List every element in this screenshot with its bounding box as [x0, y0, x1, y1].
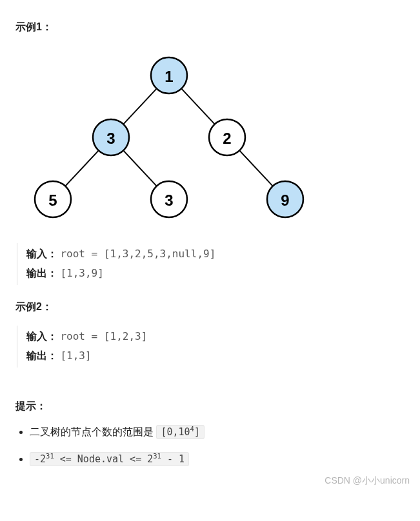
hint-item: -231 <= Node.val <= 231 - 1 [30, 452, 405, 465]
hint-code: [0,104] [156, 425, 205, 439]
svg-line-1 [181, 88, 215, 124]
tree-node-label: 9 [281, 192, 289, 209]
input-value: root = [1,3,2,5,3,null,9] [60, 248, 215, 260]
svg-line-0 [123, 88, 157, 124]
hints-title: 提示： [15, 400, 405, 413]
hint-code: -231 <= Node.val <= 231 - 1 [30, 452, 189, 466]
tree-node-label: 2 [223, 130, 231, 147]
example1-block: 输入： root = [1,3,2,5,3,null,9] 输出： [1,3,9… [17, 243, 405, 285]
watermark: CSDN @小小unicorn [325, 475, 410, 487]
tree-node-label: 3 [165, 192, 173, 209]
example1-title: 示例1： [15, 21, 405, 34]
output-value: [1,3,9] [60, 267, 103, 279]
output-label: 输出： [26, 268, 57, 279]
example1-tree: 132539 [15, 46, 405, 229]
hint-text: 二叉树的节点个数的范围是 [30, 426, 156, 437]
hint-item: 二叉树的节点个数的范围是 [0,104] [30, 425, 405, 439]
svg-line-4 [239, 150, 273, 186]
tree-node-label: 5 [48, 192, 57, 209]
svg-line-3 [123, 150, 157, 186]
input-label: 输入： [26, 331, 57, 342]
tree-node-label: 1 [165, 68, 173, 85]
output-value: [1,3] [60, 349, 91, 362]
input-value: root = [1,2,3] [60, 330, 147, 342]
hints-list: 二叉树的节点个数的范围是 [0,104] -231 <= Node.val <=… [15, 425, 405, 465]
tree-node-label: 3 [106, 130, 115, 147]
output-label: 输出： [26, 350, 57, 361]
example2-title: 示例2： [15, 300, 405, 314]
svg-line-2 [65, 150, 99, 186]
example2-block: 输入： root = [1,2,3] 输出： [1,3] [17, 326, 405, 368]
input-label: 输入： [26, 248, 57, 259]
